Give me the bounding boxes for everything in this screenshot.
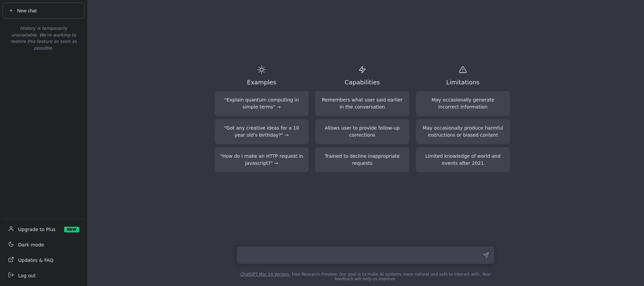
example-card-1[interactable]: "Explain quantum computing in simple ter… bbox=[215, 91, 309, 116]
sidebar: ＋ New chat History is temporarily unavai… bbox=[0, 0, 87, 286]
content-area: Examples "Explain quantum computing in s… bbox=[87, 0, 644, 241]
upgrade-label: Upgrade to Plus bbox=[18, 227, 55, 232]
footer-description: Free Research Preview. Our goal is to ma… bbox=[290, 272, 491, 281]
limitations-title: Limitations bbox=[446, 79, 480, 86]
logout-label: Log out bbox=[18, 273, 36, 278]
lightning-icon bbox=[358, 66, 366, 75]
sun-icon bbox=[258, 66, 266, 75]
limitations-cards: May occasionally generate incorrect info… bbox=[416, 91, 510, 175]
sidebar-divider bbox=[3, 219, 85, 219]
capabilities-header: Capabilities bbox=[315, 66, 409, 86]
example-card-3[interactable]: "How do I make an HTTP request in Javasc… bbox=[215, 147, 309, 172]
moon-icon bbox=[8, 241, 14, 248]
footer-text: ChatGPT Mar 14 Version. Free Research Pr… bbox=[237, 269, 494, 286]
svg-point-3 bbox=[260, 68, 263, 71]
examples-title: Examples bbox=[247, 79, 276, 86]
main-area: Examples "Explain quantum computing in s… bbox=[87, 0, 644, 286]
new-chat-button[interactable]: ＋ New chat bbox=[3, 3, 85, 18]
examples-column: Examples "Explain quantum computing in s… bbox=[215, 66, 309, 175]
chat-input[interactable] bbox=[237, 246, 494, 264]
capability-card-1: Remembers what user said earlier in the … bbox=[315, 91, 409, 116]
plus-icon: ＋ bbox=[8, 7, 14, 14]
examples-cards: "Explain quantum computing in simple ter… bbox=[215, 91, 309, 175]
logout-icon bbox=[8, 272, 14, 279]
send-button[interactable] bbox=[482, 251, 490, 261]
sidebar-item-darkmode[interactable]: Dark mode bbox=[3, 237, 85, 253]
svg-point-0 bbox=[10, 226, 12, 228]
svg-marker-12 bbox=[359, 66, 365, 73]
capabilities-title: Capabilities bbox=[345, 79, 380, 86]
svg-line-1 bbox=[11, 257, 13, 260]
darkmode-label: Dark mode bbox=[18, 242, 44, 247]
new-badge: NEW bbox=[64, 227, 79, 232]
capabilities-cards: Remembers what user said earlier in the … bbox=[315, 91, 409, 175]
sidebar-item-logout[interactable]: Log out bbox=[3, 268, 85, 283]
capability-card-3: Trained to decline inappropriate request… bbox=[315, 147, 409, 172]
limitation-card-2: May occasionally produce harmful instruc… bbox=[416, 119, 510, 144]
version-link[interactable]: ChatGPT Mar 14 Version. bbox=[240, 272, 290, 277]
warning-icon bbox=[459, 66, 467, 75]
history-notice: History is temporarily unavailable. We'r… bbox=[3, 22, 85, 122]
new-chat-label: New chat bbox=[17, 8, 37, 13]
faq-label: Updates & FAQ bbox=[18, 258, 53, 263]
svg-line-7 bbox=[264, 72, 264, 72]
limitation-card-1: May occasionally generate incorrect info… bbox=[416, 91, 510, 116]
capabilities-column: Capabilities Remembers what user said ea… bbox=[315, 66, 409, 175]
sidebar-item-faq[interactable]: Updates & FAQ bbox=[3, 253, 85, 268]
input-area: ChatGPT Mar 14 Version. Free Research Pr… bbox=[87, 241, 644, 286]
svg-line-10 bbox=[259, 72, 259, 72]
example-card-2[interactable]: "Got any creative ideas for a 10 year ol… bbox=[215, 119, 309, 144]
capability-card-2: Allows user to provide follow-up correct… bbox=[315, 119, 409, 144]
chat-input-wrapper bbox=[237, 246, 494, 265]
limitations-header: Limitations bbox=[416, 66, 510, 86]
svg-line-11 bbox=[264, 67, 264, 67]
limitation-card-3: Limited knowledge of world and events af… bbox=[416, 147, 510, 172]
svg-line-6 bbox=[259, 67, 259, 67]
sidebar-item-upgrade[interactable]: Upgrade to Plus NEW bbox=[3, 222, 85, 237]
limitations-column: Limitations May occasionally generate in… bbox=[416, 66, 510, 175]
person-icon bbox=[8, 226, 14, 233]
columns-grid: Examples "Explain quantum computing in s… bbox=[215, 66, 517, 175]
external-link-icon bbox=[8, 257, 14, 264]
examples-header: Examples bbox=[215, 66, 309, 86]
